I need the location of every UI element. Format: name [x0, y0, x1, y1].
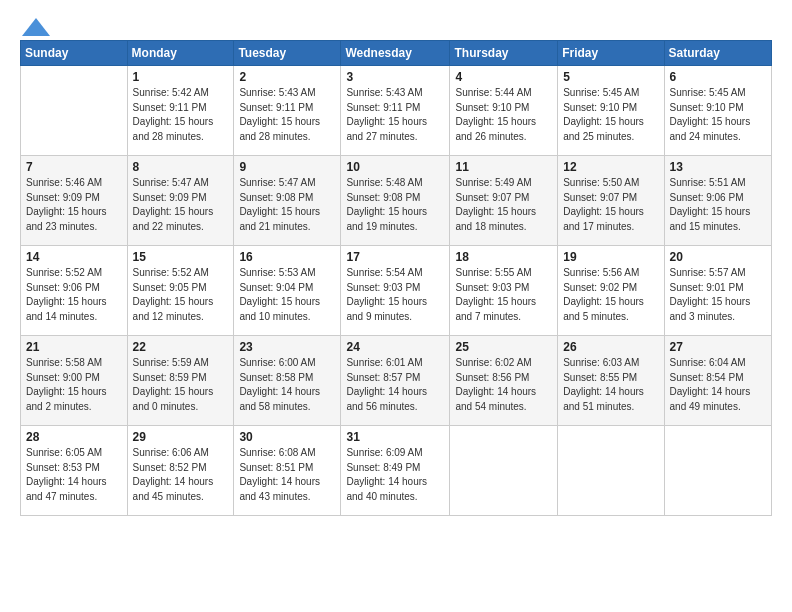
calendar-cell: [21, 66, 128, 156]
day-number: 21: [26, 340, 122, 354]
day-number: 5: [563, 70, 658, 84]
calendar-cell: 19Sunrise: 5:56 AM Sunset: 9:02 PM Dayli…: [558, 246, 664, 336]
day-number: 1: [133, 70, 229, 84]
day-number: 16: [239, 250, 335, 264]
page: SundayMondayTuesdayWednesdayThursdayFrid…: [0, 0, 792, 612]
calendar-cell: 15Sunrise: 5:52 AM Sunset: 9:05 PM Dayli…: [127, 246, 234, 336]
day-number: 10: [346, 160, 444, 174]
day-number: 26: [563, 340, 658, 354]
calendar-cell: 20Sunrise: 5:57 AM Sunset: 9:01 PM Dayli…: [664, 246, 771, 336]
day-number: 29: [133, 430, 229, 444]
day-number: 6: [670, 70, 766, 84]
calendar-cell: [450, 426, 558, 516]
day-info: Sunrise: 5:43 AM Sunset: 9:11 PM Dayligh…: [239, 86, 335, 144]
day-info: Sunrise: 5:59 AM Sunset: 8:59 PM Dayligh…: [133, 356, 229, 414]
calendar-cell: 21Sunrise: 5:58 AM Sunset: 9:00 PM Dayli…: [21, 336, 128, 426]
calendar-cell: 25Sunrise: 6:02 AM Sunset: 8:56 PM Dayli…: [450, 336, 558, 426]
day-info: Sunrise: 5:45 AM Sunset: 9:10 PM Dayligh…: [670, 86, 766, 144]
day-info: Sunrise: 5:46 AM Sunset: 9:09 PM Dayligh…: [26, 176, 122, 234]
calendar-cell: 5Sunrise: 5:45 AM Sunset: 9:10 PM Daylig…: [558, 66, 664, 156]
day-number: 2: [239, 70, 335, 84]
day-number: 27: [670, 340, 766, 354]
calendar-cell: 1Sunrise: 5:42 AM Sunset: 9:11 PM Daylig…: [127, 66, 234, 156]
day-number: 17: [346, 250, 444, 264]
calendar-week-row: 1Sunrise: 5:42 AM Sunset: 9:11 PM Daylig…: [21, 66, 772, 156]
day-info: Sunrise: 6:05 AM Sunset: 8:53 PM Dayligh…: [26, 446, 122, 504]
calendar-cell: 27Sunrise: 6:04 AM Sunset: 8:54 PM Dayli…: [664, 336, 771, 426]
day-info: Sunrise: 5:43 AM Sunset: 9:11 PM Dayligh…: [346, 86, 444, 144]
calendar: SundayMondayTuesdayWednesdayThursdayFrid…: [20, 40, 772, 516]
weekday-header: Sunday: [21, 41, 128, 66]
day-info: Sunrise: 5:58 AM Sunset: 9:00 PM Dayligh…: [26, 356, 122, 414]
day-number: 19: [563, 250, 658, 264]
calendar-cell: 12Sunrise: 5:50 AM Sunset: 9:07 PM Dayli…: [558, 156, 664, 246]
weekday-header: Wednesday: [341, 41, 450, 66]
day-number: 8: [133, 160, 229, 174]
day-number: 18: [455, 250, 552, 264]
day-info: Sunrise: 5:52 AM Sunset: 9:06 PM Dayligh…: [26, 266, 122, 324]
calendar-week-row: 21Sunrise: 5:58 AM Sunset: 9:00 PM Dayli…: [21, 336, 772, 426]
weekday-header: Thursday: [450, 41, 558, 66]
day-info: Sunrise: 5:49 AM Sunset: 9:07 PM Dayligh…: [455, 176, 552, 234]
calendar-cell: 22Sunrise: 5:59 AM Sunset: 8:59 PM Dayli…: [127, 336, 234, 426]
calendar-cell: 10Sunrise: 5:48 AM Sunset: 9:08 PM Dayli…: [341, 156, 450, 246]
day-number: 14: [26, 250, 122, 264]
logo: [20, 16, 50, 32]
day-info: Sunrise: 5:55 AM Sunset: 9:03 PM Dayligh…: [455, 266, 552, 324]
day-number: 20: [670, 250, 766, 264]
weekday-header: Saturday: [664, 41, 771, 66]
calendar-cell: 28Sunrise: 6:05 AM Sunset: 8:53 PM Dayli…: [21, 426, 128, 516]
day-info: Sunrise: 5:47 AM Sunset: 9:08 PM Dayligh…: [239, 176, 335, 234]
day-number: 30: [239, 430, 335, 444]
day-info: Sunrise: 6:00 AM Sunset: 8:58 PM Dayligh…: [239, 356, 335, 414]
day-info: Sunrise: 5:57 AM Sunset: 9:01 PM Dayligh…: [670, 266, 766, 324]
calendar-cell: 29Sunrise: 6:06 AM Sunset: 8:52 PM Dayli…: [127, 426, 234, 516]
calendar-cell: 14Sunrise: 5:52 AM Sunset: 9:06 PM Dayli…: [21, 246, 128, 336]
day-info: Sunrise: 6:03 AM Sunset: 8:55 PM Dayligh…: [563, 356, 658, 414]
calendar-cell: 9Sunrise: 5:47 AM Sunset: 9:08 PM Daylig…: [234, 156, 341, 246]
calendar-cell: 23Sunrise: 6:00 AM Sunset: 8:58 PM Dayli…: [234, 336, 341, 426]
calendar-cell: 4Sunrise: 5:44 AM Sunset: 9:10 PM Daylig…: [450, 66, 558, 156]
day-info: Sunrise: 5:52 AM Sunset: 9:05 PM Dayligh…: [133, 266, 229, 324]
day-info: Sunrise: 6:02 AM Sunset: 8:56 PM Dayligh…: [455, 356, 552, 414]
day-info: Sunrise: 6:04 AM Sunset: 8:54 PM Dayligh…: [670, 356, 766, 414]
header: [20, 16, 772, 32]
calendar-cell: 30Sunrise: 6:08 AM Sunset: 8:51 PM Dayli…: [234, 426, 341, 516]
calendar-week-row: 14Sunrise: 5:52 AM Sunset: 9:06 PM Dayli…: [21, 246, 772, 336]
day-info: Sunrise: 5:42 AM Sunset: 9:11 PM Dayligh…: [133, 86, 229, 144]
calendar-cell: 24Sunrise: 6:01 AM Sunset: 8:57 PM Dayli…: [341, 336, 450, 426]
day-number: 7: [26, 160, 122, 174]
day-number: 28: [26, 430, 122, 444]
day-info: Sunrise: 5:50 AM Sunset: 9:07 PM Dayligh…: [563, 176, 658, 234]
day-info: Sunrise: 5:47 AM Sunset: 9:09 PM Dayligh…: [133, 176, 229, 234]
day-number: 15: [133, 250, 229, 264]
calendar-cell: 11Sunrise: 5:49 AM Sunset: 9:07 PM Dayli…: [450, 156, 558, 246]
weekday-header: Monday: [127, 41, 234, 66]
calendar-week-row: 28Sunrise: 6:05 AM Sunset: 8:53 PM Dayli…: [21, 426, 772, 516]
day-info: Sunrise: 5:54 AM Sunset: 9:03 PM Dayligh…: [346, 266, 444, 324]
day-info: Sunrise: 6:06 AM Sunset: 8:52 PM Dayligh…: [133, 446, 229, 504]
calendar-cell: 13Sunrise: 5:51 AM Sunset: 9:06 PM Dayli…: [664, 156, 771, 246]
day-info: Sunrise: 5:51 AM Sunset: 9:06 PM Dayligh…: [670, 176, 766, 234]
day-info: Sunrise: 5:44 AM Sunset: 9:10 PM Dayligh…: [455, 86, 552, 144]
calendar-cell: [664, 426, 771, 516]
day-number: 4: [455, 70, 552, 84]
calendar-cell: [558, 426, 664, 516]
calendar-cell: 31Sunrise: 6:09 AM Sunset: 8:49 PM Dayli…: [341, 426, 450, 516]
calendar-cell: 2Sunrise: 5:43 AM Sunset: 9:11 PM Daylig…: [234, 66, 341, 156]
day-info: Sunrise: 6:08 AM Sunset: 8:51 PM Dayligh…: [239, 446, 335, 504]
calendar-header-row: SundayMondayTuesdayWednesdayThursdayFrid…: [21, 41, 772, 66]
logo-icon: [22, 18, 50, 36]
calendar-cell: 26Sunrise: 6:03 AM Sunset: 8:55 PM Dayli…: [558, 336, 664, 426]
day-number: 25: [455, 340, 552, 354]
day-number: 12: [563, 160, 658, 174]
day-number: 11: [455, 160, 552, 174]
calendar-cell: 6Sunrise: 5:45 AM Sunset: 9:10 PM Daylig…: [664, 66, 771, 156]
day-info: Sunrise: 5:56 AM Sunset: 9:02 PM Dayligh…: [563, 266, 658, 324]
weekday-header: Tuesday: [234, 41, 341, 66]
day-number: 9: [239, 160, 335, 174]
calendar-cell: 18Sunrise: 5:55 AM Sunset: 9:03 PM Dayli…: [450, 246, 558, 336]
day-number: 22: [133, 340, 229, 354]
day-number: 3: [346, 70, 444, 84]
day-info: Sunrise: 5:48 AM Sunset: 9:08 PM Dayligh…: [346, 176, 444, 234]
